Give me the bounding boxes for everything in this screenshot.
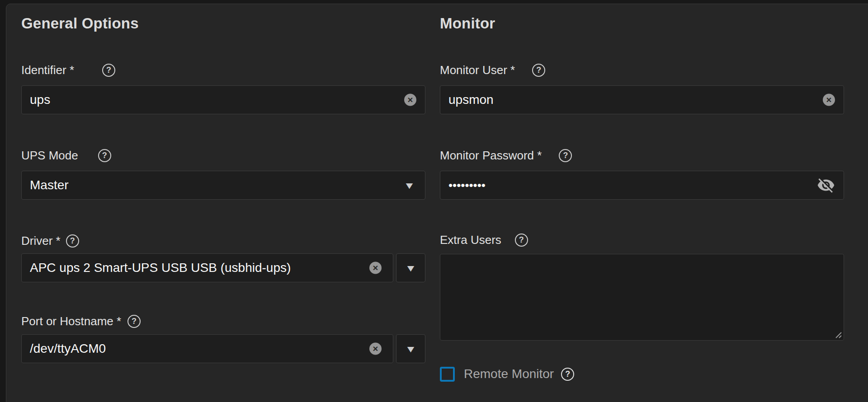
- extra-users-textarea[interactable]: [440, 254, 844, 341]
- monitor-password-label: Monitor Password *: [440, 149, 542, 163]
- monitor-user-field: ✕: [440, 85, 844, 114]
- remote-monitor-label: Remote Monitor: [464, 367, 554, 381]
- clear-icon[interactable]: ✕: [404, 94, 416, 106]
- monitor-password-field: [440, 171, 844, 200]
- port-input[interactable]: [21, 334, 393, 363]
- section-title-monitor: Monitor: [440, 14, 844, 33]
- port-dropdown-button[interactable]: ▼: [396, 334, 425, 363]
- ups-mode-selected-value: Master: [30, 178, 69, 192]
- extra-users-label: Extra Users: [440, 233, 501, 247]
- extra-users-field: [440, 254, 844, 341]
- help-icon[interactable]: ?: [532, 64, 545, 77]
- port-label: Port or Hostname *: [21, 314, 121, 328]
- help-icon[interactable]: ?: [66, 234, 79, 248]
- monitor-user-label: Monitor User *: [440, 63, 515, 77]
- driver-field: ✕ ▼: [21, 253, 425, 282]
- remote-monitor-row: Remote Monitor ?: [440, 365, 844, 383]
- clear-icon[interactable]: ✕: [369, 262, 382, 274]
- ups-mode-select[interactable]: Master ▼: [21, 171, 425, 200]
- help-icon[interactable]: ?: [98, 149, 111, 162]
- driver-input[interactable]: [21, 253, 393, 282]
- port-label-row: Port or Hostname * ?: [21, 313, 425, 329]
- clear-icon[interactable]: ✕: [823, 94, 835, 106]
- driver-label-row: Driver * ?: [21, 233, 425, 248]
- form-layer: General Options Identifier * ? ✕ UPS Mod…: [0, 0, 868, 402]
- monitor-password-input[interactable]: [440, 171, 844, 200]
- remote-monitor-checkbox[interactable]: [440, 367, 455, 382]
- help-icon[interactable]: ?: [515, 234, 528, 247]
- chevron-down-icon: ▼: [405, 344, 416, 354]
- extra-users-label-row: Extra Users ?: [440, 232, 844, 248]
- monitor-password-label-row: Monitor Password * ?: [440, 148, 844, 163]
- monitor-user-label-row: Monitor User * ?: [440, 62, 844, 78]
- driver-label: Driver *: [21, 234, 61, 248]
- clear-icon[interactable]: ✕: [369, 343, 382, 355]
- chevron-down-icon: ▼: [404, 181, 415, 190]
- help-icon[interactable]: ?: [561, 368, 574, 381]
- chevron-down-icon: ▼: [405, 263, 416, 273]
- identifier-label-row: Identifier * ?: [21, 62, 425, 78]
- help-icon[interactable]: ?: [559, 149, 572, 162]
- identifier-label: Identifier *: [21, 63, 74, 77]
- port-field: ✕ ▼: [21, 334, 425, 363]
- help-icon[interactable]: ?: [127, 315, 141, 328]
- identifier-input[interactable]: [21, 85, 425, 114]
- identifier-field: ✕: [21, 85, 425, 114]
- visibility-off-icon[interactable]: [816, 175, 836, 195]
- monitor-user-input[interactable]: [440, 85, 844, 114]
- ups-mode-label: UPS Mode: [21, 149, 78, 163]
- section-title-general-options: General Options: [21, 14, 425, 33]
- help-icon[interactable]: ?: [102, 64, 115, 77]
- driver-dropdown-button[interactable]: ▼: [396, 253, 425, 282]
- ups-mode-label-row: UPS Mode ?: [21, 148, 425, 163]
